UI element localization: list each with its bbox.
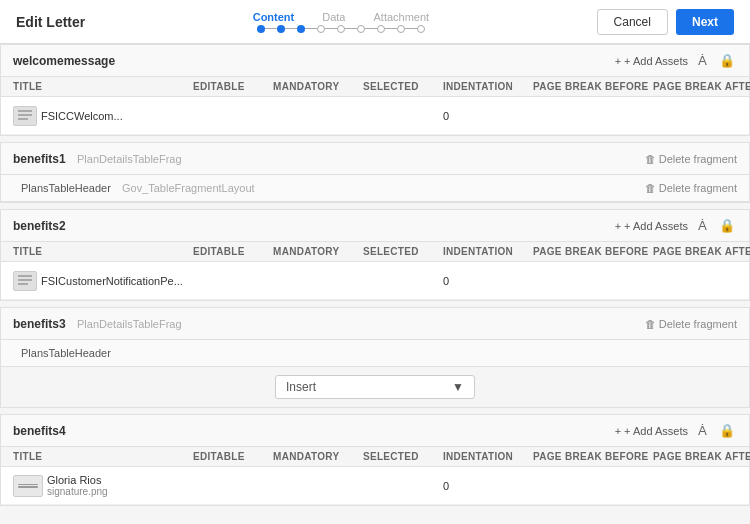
col-title-2: TITLE <box>13 246 193 257</box>
add-assets-button-0[interactable]: + + Add Assets <box>615 55 688 67</box>
table-row-4: Gloria Rios signature.png 0 ✎ 🗑 › + <box>1 467 749 505</box>
asset-name-4-0: Gloria Rios <box>47 474 108 486</box>
svg-rect-1 <box>18 114 32 116</box>
section-benefits1: benefits1 PlanDetailsTableFrag 🗑 Delete … <box>0 142 750 203</box>
sub-section-row-3: PlansTableHeader <box>1 340 749 366</box>
col-indentation-4: INDENTATION <box>443 451 533 462</box>
asset-name-2-0: FSICustomerNotificationPe... <box>41 275 183 287</box>
section-benefits2-actions: + + Add Assets Ȧ 🔒 <box>615 218 737 233</box>
table-row-2: FSICustomerNotificationPe... 0 ✎ 🗑 › + <box>1 262 749 300</box>
section-welcomemessage-title: welcomemessage <box>13 54 115 68</box>
col-title-4: TITLE <box>13 451 193 462</box>
next-button[interactable]: Next <box>676 9 734 35</box>
col-selected-2: SELECTED <box>363 246 443 257</box>
section-benefits4-title-group: benefits4 <box>13 424 66 438</box>
dot-line-3 <box>305 28 317 30</box>
step-content-label: Content <box>253 11 295 23</box>
add-icon-2: + <box>615 220 621 232</box>
col-selected-0: SELECTED <box>363 81 443 92</box>
asset-name-0-0: FSICCWelcom... <box>41 110 123 122</box>
cancel-button[interactable]: Cancel <box>597 9 668 35</box>
col-selected-4: SELECTED <box>363 451 443 462</box>
col-indentation-2: INDENTATION <box>443 246 533 257</box>
section-benefits3-header: benefits3 PlanDetailsTableFrag 🗑 Delete … <box>1 308 749 340</box>
delete-fragment-button-3[interactable]: 🗑 Delete fragment <box>645 318 737 330</box>
section-benefits3-subtitle: PlanDetailsTableFrag <box>77 318 182 330</box>
sub-section-benefits1: PlansTableHeader Gov_TableFragmentLayout… <box>1 175 749 202</box>
step-data-label: Data <box>322 11 345 23</box>
dot-5 <box>337 25 345 33</box>
delete-fragment-label-1b: Delete fragment <box>659 182 737 194</box>
dot-line-1 <box>265 28 277 30</box>
dot-line-5 <box>345 28 357 30</box>
col-editable-0: EDITABLE <box>193 81 273 92</box>
section-benefits4-title: benefits4 <box>13 424 66 438</box>
svg-rect-4 <box>18 279 32 281</box>
dot-4 <box>317 25 325 33</box>
delete-fragment-icon-1b: 🗑 <box>645 182 656 194</box>
col-mandatory-2: MANDATORY <box>273 246 363 257</box>
sub-section-benefits3: PlansTableHeader <box>1 340 749 367</box>
section-benefits1-header: benefits1 PlanDetailsTableFrag 🗑 Delete … <box>1 143 749 175</box>
lock-icon-2[interactable]: 🔒 <box>717 218 737 233</box>
dot-line-8 <box>405 28 417 30</box>
cell-indentation-0-0: 0 <box>443 110 533 122</box>
dot-line-4 <box>325 28 337 30</box>
insert-row-3: Insert ▼ <box>1 367 749 407</box>
signature-thumb-4-0 <box>13 475 43 497</box>
lock-icon-4[interactable]: 🔒 <box>717 423 737 438</box>
sub-section-name-group-1: PlansTableHeader Gov_TableFragmentLayout <box>21 182 255 194</box>
table-header-4: TITLE EDITABLE MANDATORY SELECTED INDENT… <box>1 447 749 467</box>
table-header-2: TITLE EDITABLE MANDATORY SELECTED INDENT… <box>1 242 749 262</box>
insert-dropdown[interactable]: Insert ▼ <box>275 375 475 399</box>
cell-title-4-0: Gloria Rios signature.png <box>13 474 193 497</box>
delete-fragment-button-1b[interactable]: 🗑 Delete fragment <box>645 182 737 194</box>
stepper: Content Data Attachment <box>253 11 429 33</box>
page-title: Edit Letter <box>16 14 85 30</box>
table-header-0: TITLE EDITABLE MANDATORY SELECTED INDENT… <box>1 77 749 97</box>
section-benefits1-actions: 🗑 Delete fragment <box>645 153 737 165</box>
table-row: FSICCWelcom... 0 ✎ 🗑 › + <box>1 97 749 135</box>
font-icon-2[interactable]: Ȧ <box>696 218 709 233</box>
dot-1 <box>257 25 265 33</box>
section-benefits1-subtitle: PlanDetailsTableFrag <box>77 153 182 165</box>
delete-fragment-button-1[interactable]: 🗑 Delete fragment <box>645 153 737 165</box>
section-benefits2-title-group: benefits2 <box>13 219 66 233</box>
section-benefits2-header: benefits2 + + Add Assets Ȧ 🔒 <box>1 210 749 242</box>
lock-icon-0[interactable]: 🔒 <box>717 53 737 68</box>
font-icon-4[interactable]: Ȧ <box>696 423 709 438</box>
insert-label: Insert <box>286 380 316 394</box>
dot-8 <box>397 25 405 33</box>
delete-fragment-label-1: Delete fragment <box>659 153 737 165</box>
section-benefits4-actions: + + Add Assets Ȧ 🔒 <box>615 423 737 438</box>
section-benefits3: benefits3 PlanDetailsTableFrag 🗑 Delete … <box>0 307 750 408</box>
svg-rect-0 <box>18 110 32 112</box>
col-page-break-after-2: PAGE BREAK AFTER <box>653 246 750 257</box>
col-mandatory-0: MANDATORY <box>273 81 363 92</box>
step-attachment-label: Attachment <box>374 11 430 23</box>
add-assets-button-2[interactable]: + + Add Assets <box>615 220 688 232</box>
cell-indentation-4-0: 0 <box>443 480 533 492</box>
chevron-down-icon: ▼ <box>452 380 464 394</box>
col-editable-4: EDITABLE <box>193 451 273 462</box>
add-icon-4: + <box>615 425 621 437</box>
section-benefits3-actions: 🗑 Delete fragment <box>645 318 737 330</box>
svg-rect-3 <box>18 275 32 277</box>
asset-info-4-0: Gloria Rios signature.png <box>47 474 108 497</box>
delete-fragment-icon-1: 🗑 <box>645 153 656 165</box>
dot-6 <box>357 25 365 33</box>
step-labels: Content Data Attachment <box>253 11 429 23</box>
sub-section-name-3: PlansTableHeader <box>21 347 111 359</box>
main-content: welcomemessage + + Add Assets Ȧ 🔒 TITLE… <box>0 44 750 524</box>
font-icon-0[interactable]: Ȧ <box>696 53 709 68</box>
dot-line-7 <box>385 28 397 30</box>
delete-fragment-label-3: Delete fragment <box>659 318 737 330</box>
section-welcomemessage-title-group: welcomemessage <box>13 54 115 68</box>
add-assets-button-4[interactable]: + + Add Assets <box>615 425 688 437</box>
section-benefits4-header: benefits4 + + Add Assets Ȧ 🔒 <box>1 415 749 447</box>
dot-line-6 <box>365 28 377 30</box>
col-page-break-after-4: PAGE BREAK AFTER <box>653 451 750 462</box>
svg-rect-2 <box>18 118 28 120</box>
dot-3 <box>297 25 305 33</box>
section-benefits2: benefits2 + + Add Assets Ȧ 🔒 TITLE EDIT… <box>0 209 750 301</box>
